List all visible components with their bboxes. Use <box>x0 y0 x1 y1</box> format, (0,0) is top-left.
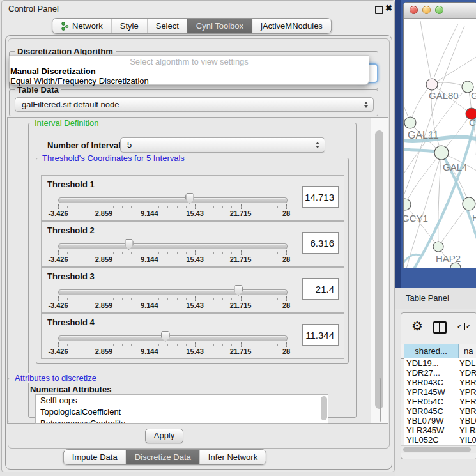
threshold-value-field[interactable]: 14.713 <box>302 186 339 208</box>
table-row[interactable]: YDL19...YDL1 <box>404 358 476 368</box>
tab-infer-network[interactable]: Infer Network <box>199 450 266 464</box>
threshold-panel: Threshold 1 -3.4262.8599.14415.4321.7152… <box>41 175 344 221</box>
slider-tick-labels: -3.4262.8599.14415.4321.71528 <box>58 302 286 309</box>
tick-label: 2.859 <box>95 210 113 217</box>
table-row[interactable]: YBL079WYBL0 <box>404 416 476 426</box>
network-node-label: C <box>469 117 476 128</box>
network-frame-edge <box>395 0 401 288</box>
network-node[interactable] <box>434 146 449 160</box>
column-header-shared[interactable]: shared... <box>404 344 459 358</box>
slider-track[interactable] <box>58 243 288 249</box>
apply-button[interactable]: Apply <box>145 429 183 443</box>
zoom-traffic-light-icon[interactable] <box>435 6 443 14</box>
threshold-panel: Threshold 3 -3.4262.8599.14415.4321.7152… <box>41 267 344 313</box>
scrollbar-thumb[interactable] <box>403 447 471 452</box>
algorithm-option-equal-width[interactable]: Equal Width/Frequency Discretization <box>10 76 369 86</box>
algorithm-dropdown-popup: Select algorithm to view settings Manual… <box>9 55 369 85</box>
table-row[interactable]: YBR045CYBR0 <box>404 406 476 416</box>
tick-label: 15.43 <box>186 302 204 309</box>
bottom-tabs: Impute Data Discretize Data Infer Networ… <box>63 449 266 465</box>
table-panel-title: Table Panel <box>406 293 449 303</box>
table-row[interactable]: YDR27...YDR2 <box>404 368 476 378</box>
slider-track[interactable] <box>58 289 288 295</box>
threshold-value-field[interactable]: 11.344 <box>302 324 339 346</box>
slider-minor-ticks <box>58 344 288 346</box>
network-window-titlebar[interactable] <box>404 3 476 19</box>
tick-label: 21.715 <box>230 348 252 355</box>
tab-cyni-toolbox[interactable]: Cyni Toolbox <box>187 19 252 33</box>
close-traffic-light-icon[interactable] <box>410 6 418 14</box>
slider-track[interactable] <box>58 335 288 341</box>
checkbox-icon[interactable]: ✓ <box>464 323 472 330</box>
tick-label: 28 <box>282 348 290 355</box>
network-node[interactable] <box>404 199 411 210</box>
tab-style[interactable]: Style <box>111 19 147 33</box>
checkbox-icon[interactable]: ✓ <box>456 323 463 330</box>
network-node-label: HAP2 <box>436 253 461 264</box>
table-row[interactable]: YER054CYER0 <box>404 397 476 406</box>
slider-tick-labels: -3.4262.8599.14415.4321.71528 <box>58 256 286 263</box>
table-panel-inner: ⚙ ✓ ✓ shared... na YDL19...YDL1YDR27...Y… <box>401 312 476 459</box>
app-root: Control Panel ✖ Network Style Select Cyn… <box>0 0 476 476</box>
network-node-label: GA <box>471 90 476 101</box>
column-header-name[interactable]: na <box>459 344 476 358</box>
tab-impute-data[interactable]: Impute Data <box>64 450 126 464</box>
slider-minor-ticks <box>58 206 288 208</box>
tick-label: -3.426 <box>48 210 68 217</box>
network-node-label: H <box>472 212 476 223</box>
float-window-icon[interactable] <box>375 6 383 14</box>
thresholds-group: Threshold's Coordinates for 5 Intervals … <box>36 158 349 364</box>
network-window: GAL80GACGAL11GAL4GCY1HHAP2 <box>403 2 476 268</box>
algorithm-option-manual[interactable]: Manual Discretization <box>10 66 369 76</box>
tab-select[interactable]: Select <box>147 19 187 33</box>
split-columns-icon[interactable] <box>433 321 447 334</box>
table-rows: YDL19...YDL1YDR27...YDR2YBR043CYBR0YPR14… <box>404 358 476 446</box>
scrollbar-thumb[interactable] <box>375 130 383 409</box>
tab-discretize-data[interactable]: Discretize Data <box>126 450 199 464</box>
attributes-group-label: Attributes to discretize <box>12 373 99 383</box>
gear-icon[interactable]: ⚙ <box>411 319 423 332</box>
tick-label: 9.144 <box>141 302 158 309</box>
tab-jactivemnodules[interactable]: jActiveMNodules <box>252 19 331 33</box>
numerical-attributes-list: SelfLoops TopologicalCoefficient Between… <box>35 394 328 424</box>
table-data-group: Table Data galFiltered.sif default node <box>9 89 378 116</box>
table-panel-header: Table Panel <box>395 288 476 310</box>
threshold-label: Threshold 1 <box>47 180 95 189</box>
list-item[interactable]: BetweennessCentrality <box>36 418 328 424</box>
network-node-label: GAL11 <box>408 130 439 141</box>
control-panel-title: Control Panel <box>8 4 59 13</box>
threshold-panel: Threshold 4 -3.4262.8599.14415.4321.7152… <box>41 313 344 359</box>
threshold-label: Threshold 3 <box>47 272 95 281</box>
table-row[interactable]: YBR043CYBR0 <box>404 378 476 387</box>
network-node[interactable] <box>426 79 438 90</box>
slider-track[interactable] <box>58 197 288 203</box>
close-icon[interactable]: ✖ <box>385 3 392 13</box>
table-row[interactable]: YLR345WYLR3 <box>404 426 476 435</box>
network-node[interactable] <box>463 197 475 210</box>
list-scrollbar[interactable] <box>321 396 327 420</box>
control-panel-tabs: Network Style Select Cyni Toolbox jActiv… <box>52 18 332 34</box>
table-row[interactable]: YIL052CYIL0 <box>404 435 476 445</box>
table-horizontal-scrollbar[interactable] <box>401 445 476 453</box>
tick-label: 15.43 <box>186 210 204 217</box>
table-row[interactable]: YPR145WYPR1 <box>404 387 476 397</box>
numerical-attributes-label: Numerical Attributes <box>30 385 111 394</box>
network-node-label: GAL4 <box>443 162 467 173</box>
table-data-combobox[interactable]: galFiltered.sif default node <box>15 97 374 112</box>
number-of-intervals-combobox[interactable]: 5 <box>120 137 325 153</box>
tick-label: 28 <box>282 302 290 309</box>
tick-label: -3.426 <box>48 348 68 355</box>
list-item[interactable]: SelfLoops <box>36 395 328 406</box>
network-canvas[interactable]: GAL80GACGAL11GAL4GCY1HHAP2 <box>404 19 476 268</box>
network-node[interactable] <box>404 117 416 128</box>
threshold-value-field[interactable]: 21.4 <box>302 278 339 300</box>
number-of-intervals-label: Number of Intervals <box>47 141 125 150</box>
list-item[interactable]: TopologicalCoefficient <box>36 406 328 418</box>
tick-label: 9.144 <box>141 210 158 217</box>
tab-network[interactable]: Network <box>52 19 111 33</box>
threshold-value-field[interactable]: 6.316 <box>302 232 339 254</box>
table-header-row: shared... na <box>401 344 476 359</box>
network-node[interactable] <box>433 242 443 252</box>
slider-tick-labels: -3.4262.8599.14415.4321.71528 <box>58 348 286 355</box>
minimize-traffic-light-icon[interactable] <box>422 6 431 14</box>
